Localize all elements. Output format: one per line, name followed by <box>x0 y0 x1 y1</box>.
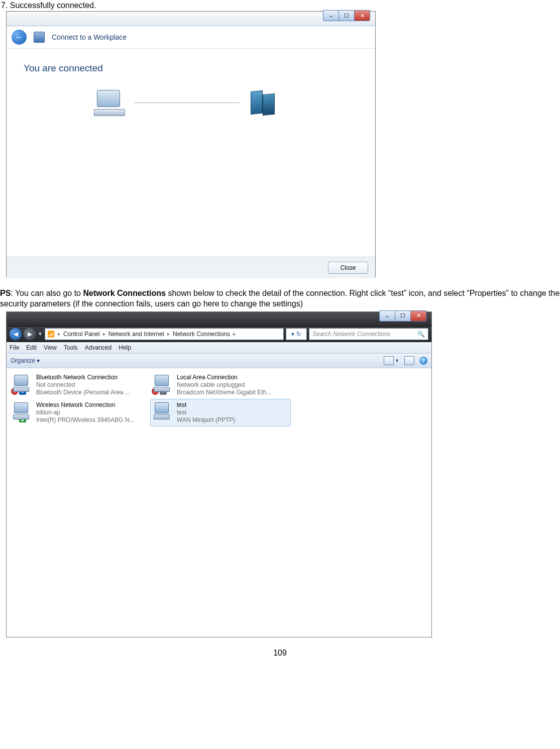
crumb-control-panel[interactable]: Control Panel <box>60 331 103 338</box>
search-input[interactable]: Search Network Connections 🔍 <box>309 328 428 340</box>
connection-item[interactable]: ▮Wireless Network Connectionbillion-apIn… <box>10 399 150 426</box>
nav-back-icon[interactable]: ◀ <box>10 328 22 340</box>
explorer-titlebar: – ☐ ✕ <box>7 312 431 327</box>
ps-label: PS <box>0 289 11 297</box>
maximize-button[interactable]: ☐ <box>395 310 411 322</box>
wizard-body-title: You are connected <box>24 63 358 74</box>
network-connections-bold: Network Connections <box>83 289 165 297</box>
maximize-button[interactable]: ☐ <box>339 10 355 21</box>
close-window-button[interactable]: ✕ <box>410 310 426 322</box>
server-icon <box>248 89 280 116</box>
connection-device: Bluetooth Device (Personal Area ... <box>36 389 130 396</box>
wizard-header: ← Connect to a Workplace <box>7 26 375 49</box>
menu-file[interactable]: File <box>10 344 19 351</box>
menu-tools[interactable]: Tools <box>64 344 78 351</box>
ps-text-1: : You can also go to <box>11 289 83 297</box>
view-mode-icon[interactable] <box>384 356 394 365</box>
wifi-badge-icon: ▮ <box>19 415 26 422</box>
chevron-down-icon[interactable]: ▼ <box>395 358 399 363</box>
address-bar: ◀ ▶ ▼ 📶 ▸ Control Panel ▸ Network and In… <box>7 327 431 342</box>
network-adapter-icon: ✕✱ <box>12 374 32 394</box>
connection-status: test <box>177 409 235 416</box>
disconnected-badge-icon: ✕ <box>152 388 159 395</box>
wizard-body: You are connected <box>7 49 375 257</box>
search-placeholder: Search Network Connections <box>312 331 390 338</box>
organize-button[interactable]: Organize ▾ <box>11 357 40 364</box>
menu-advanced[interactable]: Advanced <box>85 344 111 351</box>
explorer-screenshot: – ☐ ✕ ◀ ▶ ▼ 📶 ▸ Control Panel ▸ Network … <box>6 311 432 637</box>
step-label: 7. Successfully connected. <box>1 1 560 10</box>
connection-text: testtestWAN Miniport (PPTP) <box>177 401 235 424</box>
connection-item[interactable]: ✕✱Bluetooth Network ConnectionNot connec… <box>10 371 150 399</box>
crumb-network-connections[interactable]: Network Connections <box>170 331 233 338</box>
connection-status: Network cable unplugged <box>177 381 271 389</box>
chevron-down-icon[interactable]: ▼ <box>38 331 43 337</box>
menu-help[interactable]: Help <box>119 344 131 351</box>
refresh-button[interactable]: ▾ ↻ <box>286 328 307 340</box>
help-icon[interactable]: ? <box>419 357 427 365</box>
nav-forward-icon[interactable]: ▶ <box>24 328 36 340</box>
connection-device: WAN Miniport (PPTP) <box>177 416 235 424</box>
computer-icon <box>94 89 126 116</box>
menu-edit[interactable]: Edit <box>26 344 37 351</box>
connection-line-icon <box>134 102 240 103</box>
wizard-screenshot: – ☐ ✕ ← Connect to a Workplace You are c… <box>6 11 376 277</box>
connection-name: Bluetooth Network Connection <box>36 374 130 381</box>
crumb-network-internet[interactable]: Network and Internet <box>105 331 167 338</box>
ps-paragraph: PS: You can also go to Network Connectio… <box>0 288 560 309</box>
connection-item[interactable]: ✕⎓Local Area ConnectionNetwork cable unp… <box>150 371 291 399</box>
minimize-button[interactable]: – <box>323 10 339 21</box>
wizard-footer: Close <box>7 257 375 278</box>
bt-badge-icon: ✱ <box>19 388 26 395</box>
eth-badge-icon: ⎓ <box>160 388 167 395</box>
breadcrumb[interactable]: 📶 ▸ Control Panel ▸ Network and Internet… <box>45 328 284 340</box>
search-icon: 🔍 <box>417 331 425 338</box>
toolbar: Organize ▾ ▼ ? <box>7 354 431 368</box>
back-icon[interactable]: ← <box>12 30 27 45</box>
connection-name: Wireless Network Connection <box>36 401 134 409</box>
connection-text: Local Area ConnectionNetwork cable unplu… <box>177 374 271 396</box>
preview-pane-icon[interactable] <box>404 356 414 365</box>
connection-name: test <box>177 401 235 409</box>
network-adapter-icon: ▮ <box>12 401 32 421</box>
connection-text: Bluetooth Network ConnectionNot connecte… <box>36 374 130 396</box>
page-number: 109 <box>0 649 560 658</box>
close-window-button[interactable]: ✕ <box>354 10 370 21</box>
connection-name: Local Area Connection <box>177 374 271 381</box>
network-adapter-icon <box>153 401 173 421</box>
connection-device: Broadcom NetXtreme Gigabit Eth... <box>177 389 271 396</box>
connection-status: Not connected <box>36 381 130 389</box>
minimize-button[interactable]: – <box>379 310 395 322</box>
window-titlebar: – ☐ ✕ <box>7 12 375 26</box>
connection-item[interactable]: testtestWAN Miniport (PPTP) <box>150 399 291 426</box>
connection-device: Intel(R) PRO/Wireless 3945ABG N... <box>36 416 134 424</box>
disconnected-badge-icon: ✕ <box>11 388 18 395</box>
connection-status: billion-ap <box>36 409 134 416</box>
close-button[interactable]: Close <box>328 262 368 274</box>
menu-view[interactable]: View <box>44 344 57 351</box>
connection-text: Wireless Network Connectionbillion-apInt… <box>36 401 134 424</box>
network-adapter-icon: ✕⎓ <box>153 374 173 394</box>
connections-list: ✕✱Bluetooth Network ConnectionNot connec… <box>7 368 431 635</box>
menubar: File Edit View Tools Advanced Help <box>7 342 431 354</box>
wizard-header-title: Connect to a Workplace <box>52 33 127 41</box>
workplace-icon <box>34 32 45 43</box>
